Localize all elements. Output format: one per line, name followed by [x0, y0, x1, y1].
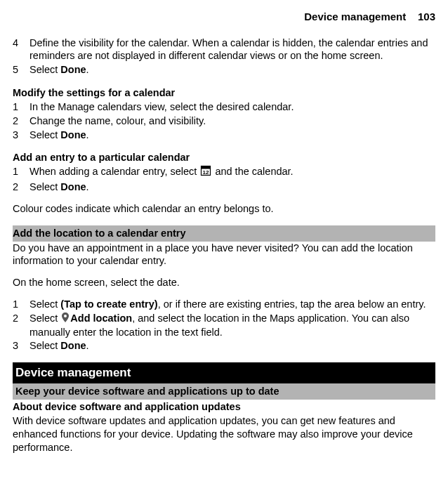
section-heading: Modify the settings for a calendar — [13, 86, 435, 100]
paragraph: On the home screen, select the date. — [13, 276, 435, 289]
text-bold: Done — [60, 340, 86, 351]
list-text: Define the visibility for the calendar. … — [29, 37, 435, 63]
list-number: 2 — [13, 114, 29, 128]
list-item: 2 Change the name, colour, and visibilit… — [13, 114, 435, 128]
page-content: 4 Define the visibility for the calendar… — [13, 37, 435, 454]
text-post: and the calendar. — [212, 166, 293, 178]
text-pre: Select — [29, 64, 60, 75]
list-number: 2 — [13, 180, 29, 194]
list-number: 1 — [13, 165, 29, 180]
list-text: Change the name, colour, and visibility. — [29, 114, 435, 128]
svg-text:12: 12 — [203, 169, 209, 176]
list-text: When adding a calendar entry, select 12 … — [29, 165, 435, 180]
header-title: Device management — [304, 11, 406, 22]
list-item: 1 In the Manage calendars view, select t… — [13, 100, 435, 114]
list-item: 3 Select Done. — [13, 339, 435, 353]
list-number: 1 — [13, 298, 29, 311]
list-text: Select Done. — [29, 63, 435, 77]
list-item: 1 When adding a calendar entry, select 1… — [13, 165, 435, 180]
text-pre: Select — [29, 313, 60, 324]
text-pre: Select — [29, 298, 60, 310]
calendar-icon: 12 — [200, 165, 211, 180]
sub-heading: About device software and application up… — [13, 400, 435, 414]
text-post: . — [86, 64, 89, 75]
page-header: Device management 103 — [13, 10, 435, 24]
paragraph: With device software updates and applica… — [13, 414, 435, 454]
section-band: Keep your device software and applicatio… — [13, 383, 435, 400]
text-post: . — [86, 129, 89, 140]
section-band: Add the location to a calendar entry — [13, 225, 435, 242]
list-number: 4 — [13, 37, 29, 63]
text-pre: Select — [29, 181, 60, 192]
list-number: 3 — [13, 129, 29, 142]
text-post: . — [86, 340, 89, 351]
text-bold: Done — [60, 181, 86, 192]
list-item: 3 Select Done. — [13, 129, 435, 142]
list-text: Select Done. — [29, 180, 435, 194]
section-heading: Add an entry to a particular calendar — [13, 151, 435, 164]
text-bold: Add location — [70, 313, 132, 324]
list-number: 5 — [13, 63, 29, 77]
text-post: , or if there are existing entries, tap … — [158, 298, 426, 310]
list-item: 1 Select (Tap to create entry), or if th… — [13, 298, 435, 311]
list-item: 2 Select Add location, and select the lo… — [13, 312, 435, 338]
paragraph: Do you have an appointment in a place yo… — [13, 242, 435, 268]
text-post: . — [86, 181, 89, 192]
page-number: 103 — [418, 11, 435, 22]
text-bold: Done — [60, 64, 86, 75]
list-number: 2 — [13, 312, 29, 338]
list-item: 4 Define the visibility for the calendar… — [13, 37, 435, 63]
paragraph: Colour codes indicate which calendar an … — [13, 202, 435, 216]
list-text: In the Manage calendars view, select the… — [29, 100, 435, 114]
list-text: Select Add location, and select the loca… — [29, 312, 435, 338]
text-pre: Select — [29, 340, 60, 351]
text-pre: When adding a calendar entry, select — [29, 166, 199, 178]
list-text: Select Done. — [29, 129, 435, 142]
text-bold: Done — [60, 129, 86, 140]
svg-point-3 — [64, 315, 67, 317]
list-item: 5 Select Done. — [13, 63, 435, 77]
text-bold: (Tap to create entry) — [60, 298, 157, 310]
text-pre: Select — [29, 129, 60, 140]
list-number: 3 — [13, 339, 29, 353]
list-number: 1 — [13, 100, 29, 114]
list-text: Select (Tap to create entry), or if ther… — [29, 298, 435, 311]
section-title-band: Device management — [13, 362, 435, 383]
list-text: Select Done. — [29, 339, 435, 353]
list-item: 2 Select Done. — [13, 180, 435, 194]
pin-icon — [61, 313, 70, 326]
